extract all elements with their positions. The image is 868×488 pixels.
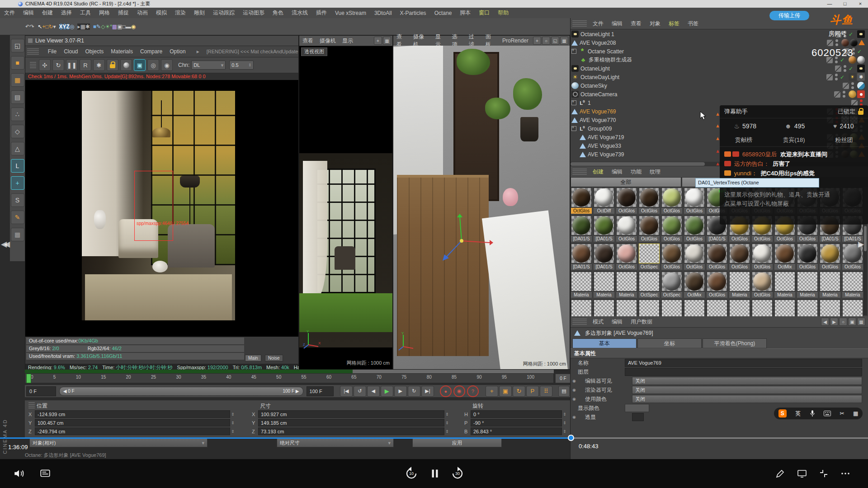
goto-start-button[interactable]: |◀: [340, 386, 353, 397]
hand-tool-icon[interactable]: +: [11, 176, 24, 190]
visibility-dots[interactable]: [835, 39, 838, 46]
attribute-tab[interactable]: 基本: [572, 338, 637, 348]
menu-item[interactable]: 脚本: [456, 9, 475, 17]
gamma-spinner[interactable]: 0.5⇕: [229, 61, 254, 70]
object-name[interactable]: AVE Vogue719: [588, 134, 624, 141]
stepper-icon[interactable]: ⇕: [231, 412, 235, 417]
material-tile[interactable]: Materia: [819, 271, 842, 299]
move-gizmo[interactable]: [439, 214, 493, 263]
material-tile[interactable]: OctGlos: [616, 187, 638, 215]
make-editable-icon[interactable]: ◱: [11, 39, 24, 52]
generator-icon[interactable]: ◇: [101, 23, 105, 30]
material-tile[interactable]: [842, 299, 864, 316]
menu-item[interactable]: X-Particles: [396, 10, 430, 16]
maximize-view-icon[interactable]: ▦: [383, 37, 391, 45]
menu-item[interactable]: 文件: [0, 9, 19, 17]
object-name[interactable]: AVE Vogue770: [580, 117, 616, 123]
menu-item[interactable]: 插件: [312, 9, 331, 17]
layout-icon[interactable]: ▦: [857, 318, 865, 326]
pan-icon[interactable]: +: [374, 37, 382, 45]
expand-icon[interactable]: [571, 126, 576, 131]
expand-icon[interactable]: [571, 49, 576, 54]
render-region-selection[interactable]: [134, 171, 173, 241]
chat-username[interactable]: yunndi：: [734, 170, 757, 177]
points-mode-icon[interactable]: ∴: [11, 108, 24, 121]
menu-item[interactable]: 角色: [269, 9, 288, 17]
maximize-view-icon[interactable]: ▦: [560, 37, 568, 45]
stepper-icon[interactable]: ⇕: [563, 412, 566, 417]
attribute-control[interactable]: 关闭: [632, 395, 862, 403]
material-tile[interactable]: OctGlos: [706, 243, 729, 271]
toolbox-icon[interactable]: ▦: [853, 410, 858, 417]
live-viewer-menu-item[interactable]: Objects: [82, 48, 108, 55]
om-menu-item[interactable]: 编辑: [608, 20, 627, 28]
render-canvas[interactable]: spp/maxspp:4640 / 27554: [25, 80, 298, 337]
object-name[interactable]: AVE Vogue33: [588, 143, 621, 149]
zoom-icon[interactable]: ◱: [551, 37, 559, 45]
timeline-window-button[interactable]: ▤: [558, 386, 570, 397]
timeline-preview-range[interactable]: [25, 370, 554, 373]
refresh-icon[interactable]: ✣: [39, 59, 51, 71]
live-viewer-menu-item[interactable]: Cloud: [60, 48, 81, 55]
object-name[interactable]: Group009: [588, 126, 612, 132]
live-viewer-menu-item[interactable]: Compare: [137, 48, 166, 55]
attribute-control[interactable]: [625, 368, 862, 376]
menu-item[interactable]: 雕刻: [190, 9, 209, 17]
material-tile[interactable]: OctGlos: [661, 215, 684, 243]
solo-mode-icon[interactable]: S: [11, 193, 24, 207]
material-tile[interactable]: Materia: [593, 271, 616, 299]
live-viewer-titlebar[interactable]: Live Viewer 3.07-R1: [25, 36, 298, 46]
material-tile[interactable]: [571, 299, 593, 316]
live-viewer-menu-item[interactable]: Materials: [107, 48, 137, 55]
object-name[interactable]: AVE Vogue739: [588, 151, 624, 158]
keyframe-help-button[interactable]: ?: [467, 385, 479, 397]
material-tile[interactable]: Materia: [729, 271, 751, 299]
language-mode-chip[interactable]: 英: [795, 410, 801, 418]
material-tile[interactable]: OctGlos: [638, 187, 661, 215]
autokey-button[interactable]: ◉: [453, 385, 465, 397]
close-button[interactable]: ×: [853, 0, 868, 7]
timeline-playhead[interactable]: [26, 374, 31, 383]
grip-icon[interactable]: [27, 48, 39, 55]
menu-item[interactable]: 渲染: [171, 9, 190, 17]
live-viewer-menu-item[interactable]: Option: [166, 48, 189, 55]
current-frame-field[interactable]: 0 F: [26, 386, 56, 396]
pause-render-icon[interactable]: ❚❚: [66, 59, 78, 71]
menu-item[interactable]: 动画: [133, 9, 152, 17]
object-name[interactable]: OctaneLight: [580, 66, 610, 72]
lock-icon[interactable]: ▣: [848, 318, 856, 326]
timeline-ruler[interactable]: 0510152025303540455055606570758085909510…: [25, 373, 554, 383]
material-tile[interactable]: [706, 299, 729, 316]
rotate-icon[interactable]: ↻: [48, 23, 53, 30]
visibility-dots[interactable]: [835, 74, 838, 80]
animation-dot-icon[interactable]: ◉: [571, 397, 578, 401]
material-tile[interactable]: OctGlos: [661, 243, 684, 271]
stepper-icon[interactable]: ⇕: [445, 421, 449, 425]
material-menu-item[interactable]: 创建: [589, 168, 608, 176]
menu-item[interactable]: 工具: [76, 9, 95, 17]
material-tile[interactable]: OctMix: [684, 271, 706, 299]
settings-gear-icon[interactable]: ✱: [93, 59, 105, 71]
deformer-icon[interactable]: ▩: [112, 23, 117, 30]
render-region-icon[interactable]: ▣: [134, 59, 146, 71]
tab-noise[interactable]: Noise: [265, 355, 283, 361]
material-tile[interactable]: [DA01/S: [571, 243, 593, 271]
basic-properties-header[interactable]: 基本属性: [571, 348, 868, 358]
sep[interactable]: [74, 20, 77, 33]
render-region-icon[interactable]: ▦: [80, 23, 85, 30]
coord-system-icon[interactable]: ◎: [70, 23, 74, 30]
pen-spline-icon[interactable]: ✎: [96, 23, 101, 30]
size-x-field[interactable]: 100.927 cm: [258, 410, 444, 418]
focus-picker-icon[interactable]: ◎: [147, 59, 159, 71]
camera-icon[interactable]: ▣: [117, 23, 122, 30]
menu-item[interactable]: Vue xStream: [331, 10, 370, 16]
viewport-menu-item[interactable]: 显示: [339, 37, 356, 45]
live-viewer-menu-item[interactable]: File: [44, 48, 60, 55]
goto-end-button[interactable]: ▶|: [421, 386, 434, 397]
end-frame-field[interactable]: 100 F: [307, 386, 334, 396]
lock-icon[interactable]: [858, 111, 863, 115]
animation-dot-icon[interactable]: ◉: [571, 388, 578, 392]
edges-mode-icon[interactable]: ◇: [11, 125, 24, 138]
progress-knob[interactable]: [568, 435, 574, 441]
stepper-icon[interactable]: ⇕: [563, 421, 566, 425]
